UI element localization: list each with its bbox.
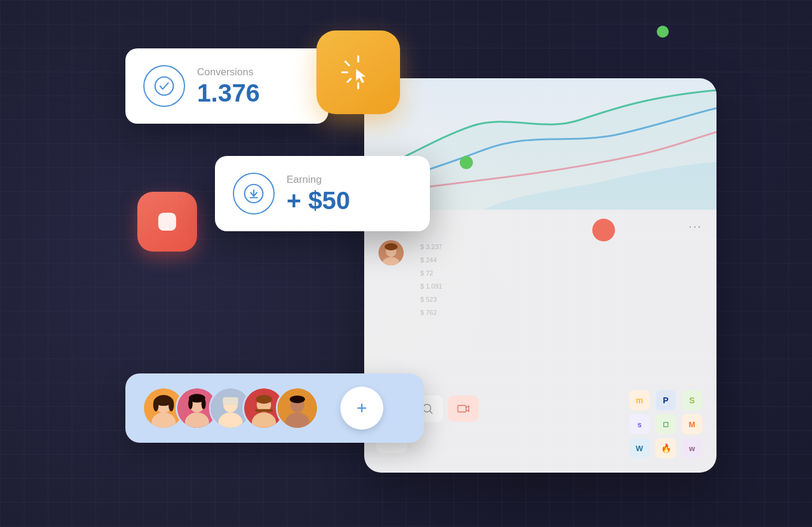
- price-1: $ 3.237: [420, 240, 702, 253]
- conversions-text: Conversions 1.376: [197, 66, 260, 106]
- squarespace-icon: ◻: [656, 414, 676, 434]
- order-info: $ 3.237 $ 244 $ 72 $ 1.091 $ 523 $ 762: [420, 240, 702, 319]
- online-indicator-earning: [460, 156, 473, 169]
- earning-value: + $50: [287, 188, 350, 213]
- prices-list: $ 3.237 $ 244 $ 72 $ 1.091 $ 523 $ 762: [420, 240, 702, 319]
- svg-point-15: [168, 399, 174, 412]
- svg-point-0: [155, 77, 174, 96]
- svg-point-38: [385, 243, 398, 250]
- scene: Conversions 1.376: [0, 0, 812, 527]
- svg-point-29: [256, 395, 272, 404]
- bottom-actions: ··· m P S s ◻: [376, 390, 705, 458]
- stripe-icon: s: [629, 414, 650, 434]
- firebase-icon: 🔥: [656, 438, 676, 458]
- click-cursor-card: [316, 30, 400, 114]
- online-indicator-conversions: [657, 26, 669, 38]
- earning-text: Earning + $50: [287, 174, 350, 213]
- coral-app-card: [137, 192, 197, 252]
- integration-icons-group: m P S s ◻ M: [629, 390, 705, 458]
- download-circle-icon: [233, 173, 275, 215]
- woo-icon: w: [682, 438, 702, 458]
- order-avatar: [379, 240, 404, 265]
- video-icon-button[interactable]: [448, 396, 479, 422]
- checkmark-circle-icon: [143, 65, 185, 107]
- conversions-value: 1.376: [197, 81, 260, 106]
- team-card: +: [125, 373, 424, 443]
- magento-icon: M: [682, 414, 702, 434]
- svg-line-5: [347, 79, 350, 82]
- svg-point-20: [188, 399, 192, 409]
- avatar-5: [276, 387, 319, 430]
- conversions-label: Conversions: [197, 66, 260, 78]
- add-team-member-button[interactable]: +: [340, 387, 383, 430]
- earning-label: Earning: [287, 174, 350, 186]
- svg-point-41: [423, 405, 431, 412]
- svg-rect-6: [158, 213, 176, 231]
- svg-point-21: [201, 399, 205, 409]
- conversions-card: Conversions 1.376: [125, 48, 328, 124]
- orders-menu-button[interactable]: ···: [688, 219, 702, 233]
- mailchimp-icon: m: [629, 390, 650, 410]
- svg-line-42: [430, 411, 433, 414]
- price-4: $ 1.091: [420, 280, 702, 293]
- click-cursor-icon: [337, 51, 380, 94]
- app-icon: [154, 209, 180, 235]
- avatar-group: [142, 387, 319, 430]
- price-3: $ 72: [420, 266, 702, 280]
- wordpress-icon: W: [629, 438, 650, 458]
- svg-rect-30: [255, 409, 272, 412]
- shopify-icon: S: [682, 390, 702, 410]
- svg-rect-25: [223, 397, 238, 405]
- earning-card: Earning + $50: [215, 156, 430, 231]
- status-dot-panel: [592, 219, 615, 241]
- price-2: $ 244: [420, 253, 702, 266]
- price-5: $ 523: [420, 293, 702, 306]
- order-row-main: $ 3.237 $ 244 $ 72 $ 1.091 $ 523 $ 762: [379, 240, 702, 319]
- plus-icon: +: [356, 399, 367, 417]
- widgets-container: Conversions 1.376: [107, 30, 705, 497]
- svg-point-14: [153, 399, 159, 412]
- svg-point-34: [290, 396, 305, 403]
- svg-rect-43: [458, 406, 466, 412]
- svg-line-4: [345, 62, 349, 65]
- price-6: $ 762: [420, 306, 702, 319]
- paypal-icon: P: [656, 390, 676, 410]
